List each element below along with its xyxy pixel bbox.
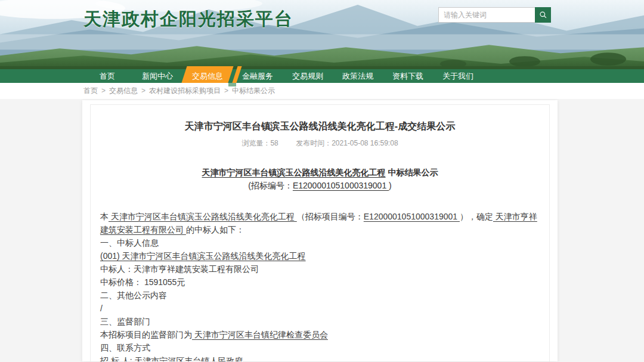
text-segment: ），确定 — [460, 212, 493, 221]
text-segment: （招标项目编号： — [297, 212, 364, 221]
nav-item-label: 政策法规 — [342, 72, 373, 81]
breadcrumb-item[interactable]: 农村建设招标采购项目 — [149, 86, 221, 95]
text-segment: 三、监督部门 — [100, 317, 150, 326]
breadcrumb: 首页>交易信息>农村建设招标采购项目>中标结果公示 — [0, 83, 644, 99]
active-tab-fold — [228, 83, 236, 86]
breadcrumb-item: 中标结果公示 — [232, 86, 275, 95]
nav-item-首页[interactable]: 首页 — [82, 69, 132, 83]
underlined-text-segment: 天津市宁河区丰台镇纪律检查委员会 — [192, 330, 328, 339]
underlined-text-segment: E1200001051000319001 — [293, 181, 389, 190]
search-box — [438, 7, 551, 23]
article-title: 天津市宁河区丰台镇滨玉公路线沿线美化亮化工程-成交结果公示 — [100, 120, 540, 133]
article-body: 本 天津市宁河区丰台镇滨玉公路线沿线美化亮化工程 （招标项目编号：E120000… — [100, 210, 540, 361]
text-segment: / — [100, 304, 103, 313]
publish-time-value: 2021-05-08 16:59:08 — [332, 139, 398, 147]
nav-item-label: 首页 — [100, 72, 115, 81]
nav-item-label: 资料下载 — [392, 72, 423, 81]
banner: 天津政村企阳光招采平台 — [0, 0, 644, 69]
nav-item-政策法规[interactable]: 政策法规 — [333, 69, 383, 83]
search-input[interactable] — [438, 7, 535, 23]
nav-item-label: 新闻中心 — [142, 72, 173, 81]
nav-item-label: 交易信息 — [192, 72, 223, 81]
text-segment: 四、联系方式 — [100, 343, 150, 352]
views-count: 58 — [270, 139, 278, 147]
underlined-text-segment: E1200001051000319001 — [364, 212, 460, 221]
nav-item-资料下载[interactable]: 资料下载 — [383, 69, 433, 83]
views-label: 浏览量： — [242, 139, 270, 147]
article-line: 中标人：天津市亨祥建筑安装工程有限公司 — [100, 262, 540, 276]
nav-item-交易信息[interactable]: 交易信息 — [182, 69, 233, 83]
underlined-text-segment: 天津市宁河区丰台镇滨玉公路线沿线美化亮化工程 — [109, 212, 297, 221]
text-segment: ) — [389, 181, 392, 190]
nav-item-label: 关于我们 — [442, 72, 473, 81]
underlined-text-segment: 天津市宁河区丰台镇滨玉公路线沿线美化亮化工程 — [202, 168, 386, 177]
nav-item-关于我们[interactable]: 关于我们 — [433, 69, 483, 83]
main-area: 天津市宁河区丰台镇滨玉公路线沿线美化亮化工程-成交结果公示 浏览量：58 发布时… — [0, 99, 644, 362]
breadcrumb-item[interactable]: 交易信息 — [109, 86, 138, 95]
breadcrumb-separator: > — [101, 86, 106, 95]
article-line: 四、联系方式 — [100, 341, 540, 354]
article-line: 本招标项目的监督部门为 天津市宁河区丰台镇纪律检查委员会 — [100, 328, 540, 341]
breadcrumb-separator: > — [141, 86, 145, 95]
content-card: 天津市宁河区丰台镇滨玉公路线沿线美化亮化工程-成交结果公示 浏览量：58 发布时… — [82, 100, 558, 361]
article-line: 本 天津市宁河区丰台镇滨玉公路线沿线美化亮化工程 （招标项目编号：E120000… — [100, 210, 540, 236]
views-meta: 浏览量：58 — [242, 138, 278, 148]
text-segment: 中标结果公示 — [386, 168, 438, 177]
site-title: 天津政村企阳光招采平台 — [83, 7, 293, 32]
search-button[interactable] — [535, 7, 551, 23]
article-line: 二、其他公示内容 — [100, 289, 540, 302]
text-segment: (招标编号： — [248, 181, 293, 190]
bid-number-line: (招标编号：E1200001051000319001 ) — [100, 179, 540, 192]
nav-item-label: 交易规则 — [292, 72, 323, 81]
nav-item-新闻中心[interactable]: 新闻中心 — [132, 69, 182, 83]
article-box: 天津市宁河区丰台镇滨玉公路线沿线美化亮化工程-成交结果公示 浏览量：58 发布时… — [90, 104, 550, 361]
text-segment: 本招标项目的监督部门为 — [100, 330, 192, 339]
breadcrumb-item[interactable]: 首页 — [83, 86, 98, 95]
announcement-subtitle: 天津市宁河区丰台镇滨玉公路线沿线美化亮化工程 中标结果公示 — [100, 166, 540, 179]
article-line: (001) 天津市宁河区丰台镇滨玉公路线沿线美化亮化工程 — [100, 249, 540, 262]
text-segment: 招 标 人: 天津市宁河区丰台镇人民政府 — [100, 356, 243, 361]
text-segment: 中标价格： 1591055元 — [100, 277, 185, 287]
text-segment: 本 — [100, 212, 109, 221]
text-segment: 一、中标人信息 — [100, 238, 159, 247]
nav-item-label: 金融服务 — [242, 72, 273, 81]
article-line: 中标价格： 1591055元 — [100, 276, 540, 289]
article-line: / — [100, 302, 540, 315]
search-icon — [539, 11, 547, 19]
nav-list: 首页新闻中心交易信息金融服务交易规则政策法规资料下载关于我们 — [82, 69, 644, 83]
text-segment: 中标人：天津市亨祥建筑安装工程有限公司 — [100, 264, 259, 274]
main-navbar: 首页新闻中心交易信息金融服务交易规则政策法规资料下载关于我们 — [0, 69, 644, 83]
text-segment: 的中标人如下： — [186, 225, 244, 234]
article-line: 三、监督部门 — [100, 315, 540, 328]
breadcrumb-separator: > — [224, 86, 228, 95]
nav-item-交易规则[interactable]: 交易规则 — [283, 69, 333, 83]
publish-time-meta: 发布时间：2021-05-08 16:59:08 — [296, 138, 398, 148]
underlined-text-segment: (001) 天津市宁河区丰台镇滨玉公路线沿线美化亮化工程 — [100, 251, 306, 261]
article-line: 一、中标人信息 — [100, 236, 540, 249]
article-meta: 浏览量：58 发布时间：2021-05-08 16:59:08 — [100, 138, 540, 148]
publish-time-label: 发布时间： — [296, 139, 332, 147]
article-line: 招 标 人: 天津市宁河区丰台镇人民政府 — [100, 354, 540, 361]
text-segment: 二、其他公示内容 — [100, 290, 167, 300]
